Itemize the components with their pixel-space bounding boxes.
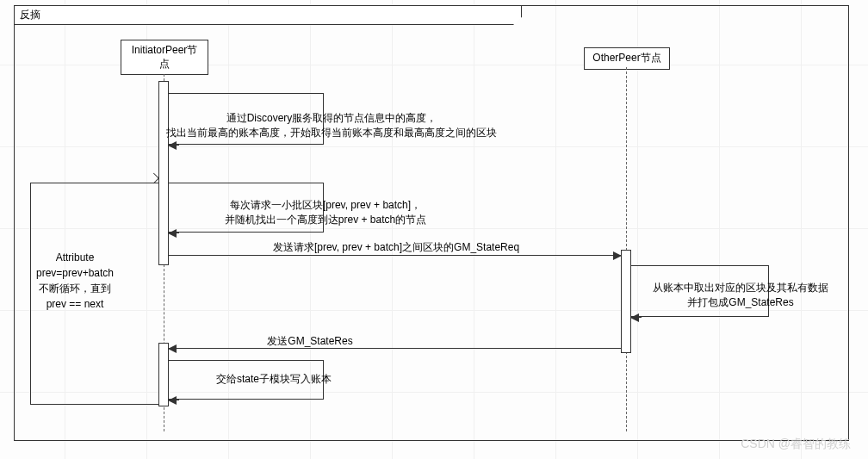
msg-label-3: 发送请求[prev, prev + batch]之间区块的GM_StateReq: [189, 240, 603, 255]
frame-title-text: 反摘: [20, 9, 40, 21]
self-msg-4-return-arrow: [631, 317, 642, 318]
msg-label-2: 每次请求一小批区块[prev, prev + batch]， 并随机找出一个高度…: [188, 198, 463, 227]
frame-title: 反摘: [14, 5, 522, 25]
lifeline-head-initiator: InitiatorPeer节 点: [121, 40, 208, 75]
self-msg-2-return-arrow: [169, 233, 179, 233]
self-msg-6-return-arrow: [169, 400, 179, 400]
lifeline-head-other: OtherPeer节点: [584, 47, 670, 70]
msg-label-6: 交给state子模块写入账本: [188, 372, 360, 387]
msg-label-5: 发送GM_StateRes: [224, 334, 396, 349]
lifeline-label-initiator: InitiatorPeer节 点: [132, 44, 198, 70]
lifeline-label-other: OtherPeer节点: [592, 52, 660, 64]
msg-label-1: 通过Discovery服务取得的节点信息中的高度， 找出当前最高的账本高度，开始…: [146, 111, 517, 140]
watermark: CSDN @睿智的教练: [741, 437, 851, 452]
msg-3-line: [169, 255, 621, 256]
activation-other: [621, 250, 631, 353]
loop-note: Attribute prev=prev+batch 不断循环，直到 prev =…: [19, 250, 131, 312]
msg-label-4: 从账本中取出对应的区块及其私有数据 并打包成GM_StateRes: [637, 281, 844, 310]
self-msg-1-return-arrow: [169, 145, 179, 146]
